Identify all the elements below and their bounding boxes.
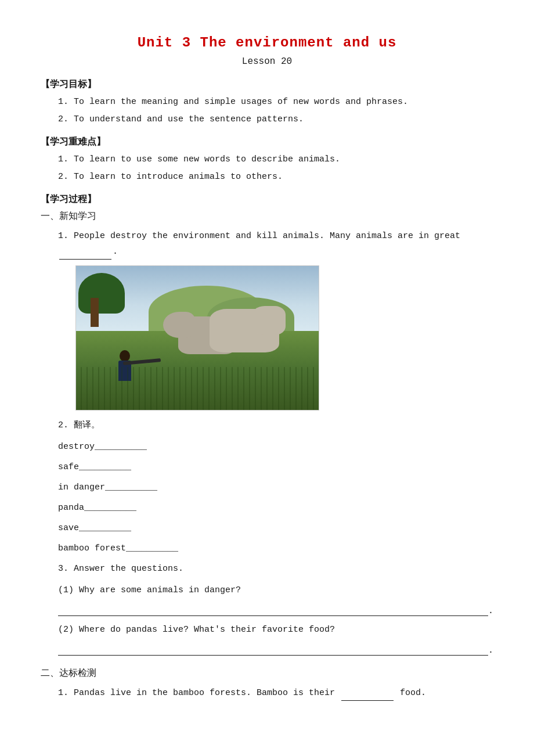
vocab-in-danger: in danger__________	[58, 480, 493, 495]
q-final-block: 1. Pandas live in the bamboo forests. Ba…	[58, 685, 493, 701]
question-1-text: 1. People destroy the environment and ki…	[58, 228, 493, 260]
process-header: 【学习过程】	[41, 193, 493, 206]
tree-top	[78, 273, 125, 314]
q3-1-text: (1) Why are some animals in danger?	[58, 582, 493, 598]
objective-1: 1. To learn the meaning and simple usage…	[58, 95, 493, 109]
part-two-section: 二、达标检测 1. Pandas live in the bamboo fore…	[41, 667, 493, 701]
vocab-panda: panda__________	[58, 500, 493, 516]
key-points-list: 1. To learn to use some new words to des…	[58, 153, 493, 184]
page-title: Unit 3 The environment and us	[41, 35, 493, 51]
part-two-label: 二、达标检测	[41, 667, 493, 679]
q-final-blank[interactable]	[341, 700, 394, 701]
grass-detail	[76, 367, 319, 410]
tree-trunk	[91, 298, 99, 327]
animal-2-head	[251, 306, 286, 335]
objective-2: 2. To understand and use the sentence pa…	[58, 113, 493, 127]
vocab-save: save__________	[58, 520, 493, 536]
vocab-destroy: destroy__________	[58, 439, 493, 455]
lesson-subtitle: Lesson 20	[41, 56, 493, 67]
vocab-list: destroy__________ safe__________ in dang…	[41, 439, 493, 556]
vocab-safe: safe__________	[58, 459, 493, 475]
key-point-2: 2. To learn to introduce animals to othe…	[58, 170, 493, 184]
q3-2-text: (2) Where do pandas live? What's their f…	[58, 622, 493, 638]
q2-label: 2. 翻译。	[58, 417, 493, 433]
q1-blank[interactable]	[59, 259, 111, 260]
question-3-block: 3. Answer the questions.	[58, 561, 493, 577]
key-points-header: 【学习重难点】	[41, 136, 493, 148]
animal-1-head	[163, 312, 195, 338]
question-1-block: 1. People destroy the environment and ki…	[58, 228, 493, 411]
vocab-bamboo-forest: bamboo forest__________	[58, 541, 493, 556]
scene-image	[76, 266, 319, 410]
person-head	[120, 350, 130, 362]
question-3-1-block: (1) Why are some animals in danger? .	[58, 582, 493, 616]
answer-line-2: .	[58, 646, 493, 656]
part-one-label: 一、新知学习	[41, 210, 493, 222]
learning-objectives-header: 【学习目标】	[41, 78, 493, 91]
q3-label: 3. Answer the questions.	[58, 561, 493, 577]
key-point-1: 1. To learn to use some new words to des…	[58, 153, 493, 167]
q-final-text: 1. Pandas live in the bamboo forests. Ba…	[58, 685, 493, 701]
answer-line-1: .	[58, 606, 493, 616]
learning-objectives-list: 1. To learn the meaning and simple usage…	[58, 95, 493, 127]
question-2-block: 2. 翻译。	[58, 417, 493, 433]
scene-image-container	[75, 265, 319, 411]
question-3-2-block: (2) Where do pandas live? What's their f…	[58, 622, 493, 656]
